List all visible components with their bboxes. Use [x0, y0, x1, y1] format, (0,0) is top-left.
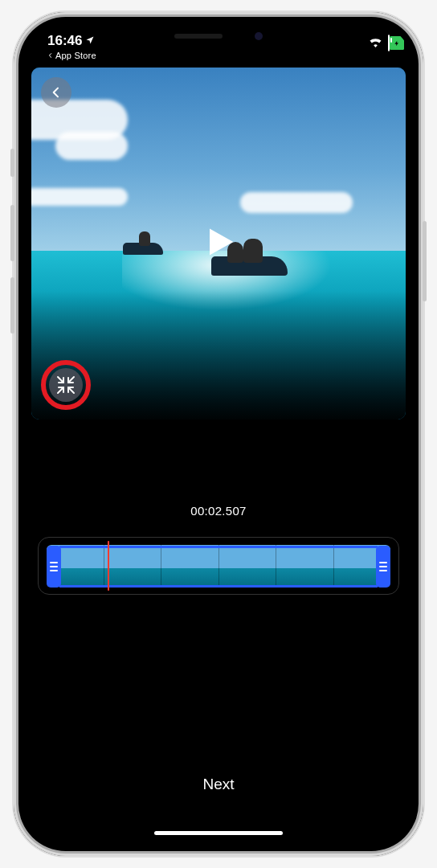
status-time-group: 16:46: [47, 33, 96, 49]
mute-switch: [10, 149, 14, 177]
status-time: 16:46: [47, 33, 82, 49]
trim-handle-end[interactable]: [376, 546, 390, 588]
preview-subject-2: [121, 229, 165, 258]
timeline-thumb: [218, 545, 276, 587]
editor-controls: 00:02.507: [25, 420, 412, 595]
battery-icon: [388, 35, 390, 51]
svg-line-0: [58, 377, 63, 383]
svg-line-1: [68, 377, 74, 383]
breadcrumb-label: App Store: [55, 51, 96, 60]
front-camera: [255, 32, 263, 40]
location-icon: [85, 33, 95, 49]
trim-handle-start[interactable]: [47, 546, 61, 588]
next-button-label: Next: [202, 776, 234, 792]
screen: 16:46 App Store: [25, 23, 412, 845]
play-icon: [201, 224, 236, 260]
timeline-thumb: [161, 545, 218, 587]
preview-sky: [31, 68, 406, 251]
chevron-left-icon: [50, 86, 63, 99]
timeline-container: [38, 537, 399, 595]
home-indicator[interactable]: [154, 831, 283, 835]
notch: [134, 23, 303, 49]
next-button[interactable]: Next: [25, 776, 412, 793]
volume-up-button: [10, 205, 14, 261]
svg-line-3: [68, 387, 74, 393]
back-button[interactable]: [41, 77, 71, 108]
timeline-thumb: [276, 545, 333, 587]
collapse-button[interactable]: [49, 368, 83, 402]
phone-frame: 16:46 App Store: [14, 12, 423, 856]
wifi-icon: [368, 35, 383, 51]
arrows-in-icon: [56, 375, 76, 395]
svg-line-2: [58, 387, 63, 393]
status-left: 16:46 App Store: [47, 33, 96, 60]
side-button: [423, 221, 427, 301]
timecode-label: 00:02.507: [25, 504, 412, 518]
preview-vignette: [31, 291, 406, 420]
status-right: [368, 33, 390, 51]
video-preview[interactable]: [31, 68, 406, 420]
playhead[interactable]: [108, 541, 109, 591]
timeline-thumb: [104, 545, 161, 587]
speaker-grille: [174, 34, 223, 39]
play-button[interactable]: [201, 224, 236, 263]
volume-down-button: [10, 277, 14, 334]
breadcrumb[interactable]: App Store: [47, 51, 96, 60]
timeline[interactable]: [47, 545, 390, 587]
